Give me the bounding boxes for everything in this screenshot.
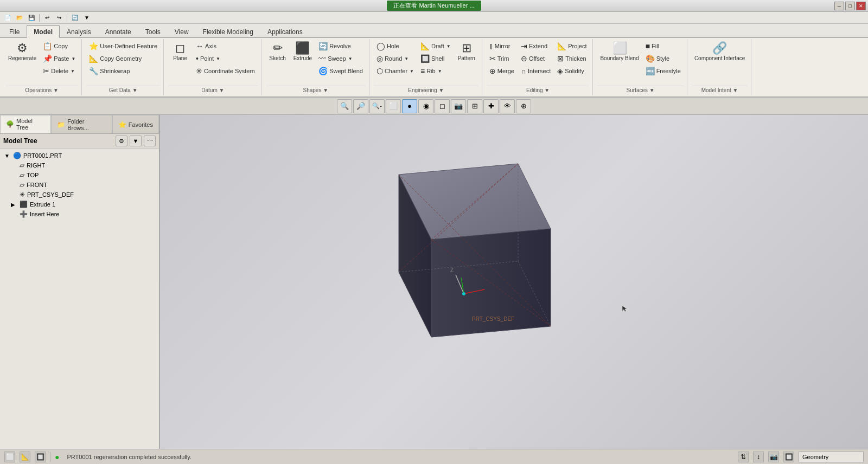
folder-browser-tab-icon: 📁 — [57, 121, 65, 128]
tree-more-button[interactable]: ⋯ — [144, 136, 156, 146]
ribbon-group-getdata: ⭐ User-Defined Feature 📐 Copy Geometry 🔧… — [83, 39, 164, 95]
open-button[interactable]: 📂 — [14, 13, 25, 23]
minimize-button[interactable]: ─ — [834, 2, 844, 10]
ribbon-group-model-intent: 🔗 Component Interface Model Intent ▼ — [688, 39, 751, 95]
tree-item-right[interactable]: ▱ RIGHT — [2, 160, 157, 170]
round-button[interactable]: ◎ Round▼ — [374, 53, 417, 65]
tab-tools[interactable]: Tools — [138, 25, 168, 37]
chamfer-button[interactable]: ⬡ Chamfer▼ — [374, 65, 417, 77]
extend-button[interactable]: ⇥ Extend — [518, 40, 553, 52]
zoom-out-button[interactable]: 🔍- — [369, 99, 385, 113]
draft-button[interactable]: 📐 Draft▼ — [418, 40, 454, 52]
tree-item-csys[interactable]: ✳ PRT_CSYS_DEF — [2, 190, 157, 199]
status-icon-1[interactable]: ⬜ — [4, 452, 15, 462]
tree-item-front[interactable]: ▱ FRONT — [2, 180, 157, 190]
hidden-line-button[interactable]: ◉ — [418, 99, 433, 113]
tree-item-insert[interactable]: ➕ Insert Here — [2, 209, 157, 219]
axis-button[interactable]: ↔ Axis — [193, 40, 258, 52]
zoom-fit-button[interactable]: 🔍 — [337, 99, 352, 113]
zoom-in-button[interactable]: 🔎 — [353, 99, 368, 113]
tab-folder-browser[interactable]: 📁 Folder Brows... — [51, 115, 112, 133]
delete-button[interactable]: ✂ Delete▼ — [40, 65, 78, 77]
coord-system-button[interactable]: ✳ Coordinate System — [193, 65, 258, 77]
tab-flexible-modeling[interactable]: Flexible Modeling — [196, 25, 260, 37]
tab-model-tree[interactable]: 🌳 Model Tree — [0, 115, 51, 133]
component-interface-button[interactable]: 🔗 Component Interface — [692, 40, 748, 63]
shrinkwrap-button[interactable]: 🔧 Shrinkwrap — [86, 65, 160, 77]
saved-views-button[interactable]: 📷 — [451, 99, 466, 113]
status-icon-3[interactable]: 🔲 — [35, 452, 46, 462]
fill-button[interactable]: ■ Fill — [643, 40, 684, 52]
save-button[interactable]: 💾 — [26, 13, 37, 23]
user-defined-feature-button[interactable]: ⭐ User-Defined Feature — [86, 40, 160, 52]
status-icon-2[interactable]: 📐 — [20, 452, 30, 462]
swept-blend-button[interactable]: 🌀 Swept Blend — [316, 65, 366, 77]
plane-button[interactable]: ◻ Plane — [168, 40, 192, 63]
sweep-button[interactable]: 〰 Sweep▼ — [316, 53, 366, 65]
revolve-button[interactable]: 🔄 Revolve — [316, 40, 366, 52]
regenerate-button[interactable]: ⚙ Regenerate — [5, 40, 39, 63]
mirror-button[interactable]: ⫿ Mirror — [487, 40, 517, 52]
hole-button[interactable]: ◯ Hole — [374, 40, 417, 52]
status-right-icon-3[interactable]: 📷 — [768, 452, 779, 462]
view-mgr-button[interactable]: 👁 — [500, 99, 515, 113]
tree-filter-button[interactable]: ▼ — [130, 136, 142, 146]
tab-analysis[interactable]: Analysis — [60, 25, 98, 37]
cross-section-button[interactable]: ✚ — [483, 99, 499, 113]
appearance-button[interactable]: ⊞ — [467, 99, 482, 113]
extrude-button[interactable]: ⬛ Extrude — [291, 40, 315, 63]
tab-model[interactable]: Model — [27, 25, 60, 38]
shell-button[interactable]: 🔲 Shell — [418, 53, 454, 65]
thicken-icon: ⊠ — [557, 54, 564, 63]
point-button[interactable]: • Point▼ — [193, 53, 258, 65]
tab-file[interactable]: File — [2, 25, 27, 37]
sketch-button[interactable]: ✏ Sketch — [266, 40, 290, 63]
new-button[interactable]: 📄 — [2, 13, 13, 23]
rib-button[interactable]: ≡ Rib▼ — [418, 65, 454, 77]
round-icon: ◎ — [376, 54, 383, 63]
undo-button[interactable]: ↩ — [42, 13, 53, 23]
freestyle-button[interactable]: 🆓 Freestyle — [643, 65, 684, 77]
ops-col: 📋 Copy 📌 Paste▼ ✂ Delete▼ — [40, 40, 78, 77]
geometry-select[interactable]: Geometry Smart Feature Body Datum — [799, 452, 864, 462]
solidify-button[interactable]: ◈ Solidify — [554, 65, 589, 77]
project-button[interactable]: 📐 Project — [554, 40, 589, 52]
trim-button[interactable]: ✂ Trim — [487, 53, 517, 65]
toolbar-separator-2 — [67, 14, 67, 22]
status-right-icon-4[interactable]: 🔲 — [783, 452, 794, 462]
viewport[interactable]: PRT_CSYS_DEF Z — [160, 115, 868, 449]
close-button[interactable]: ✕ — [856, 2, 866, 10]
wireframe-button[interactable]: ◻ — [435, 99, 450, 113]
tree-item-root[interactable]: ▼ 🔵 PRT0001.PRT — [2, 151, 157, 160]
spin-center-button[interactable]: ⊕ — [516, 99, 531, 113]
boundary-blend-button[interactable]: ⬜ Boundary Blend — [597, 40, 641, 63]
tab-annotate[interactable]: Annotate — [98, 25, 138, 37]
tree-item-extrude1[interactable]: ▶ ⬛ Extrude 1 — [2, 199, 157, 209]
copy-geometry-button[interactable]: 📐 Copy Geometry — [86, 53, 160, 65]
ribbon-group-shapes: ✏ Sketch ⬛ Extrude 🔄 Revolve 〰 Sweep▼ 🌀 … — [263, 39, 369, 95]
pattern-button[interactable]: ⊞ Pattern — [455, 40, 478, 63]
shading-button[interactable]: ● — [402, 99, 417, 113]
tab-favorites[interactable]: ⭐ Favorites — [112, 115, 159, 133]
extrude1-label: Extrude 1 — [30, 201, 55, 208]
status-right-icon-1[interactable]: ⇅ — [738, 452, 749, 462]
maximize-button[interactable]: □ — [845, 2, 855, 10]
tab-applications[interactable]: Applications — [260, 25, 310, 37]
offset-button[interactable]: ⊖ Offset — [518, 53, 553, 65]
intersect-button[interactable]: ∩ Intersect — [518, 65, 553, 77]
redo-button[interactable]: ↪ — [54, 13, 65, 23]
tree-settings-button[interactable]: ⚙ — [116, 136, 127, 146]
thicken-button[interactable]: ⊠ Thicken — [554, 53, 589, 65]
refit-button[interactable]: ⬜ — [386, 99, 401, 113]
tree-item-top[interactable]: ▱ TOP — [2, 170, 157, 180]
status-right-icon-2[interactable]: ↕ — [753, 452, 764, 462]
model-intent-label: Model Intent ▼ — [692, 86, 748, 94]
style-button[interactable]: 🎨 Style — [643, 53, 684, 65]
copy-button[interactable]: 📋 Copy — [40, 40, 78, 52]
more-button[interactable]: ▼ — [81, 13, 92, 23]
regenerate-quick-button[interactable]: 🔄 — [69, 13, 80, 23]
paste-button[interactable]: 📌 Paste▼ — [40, 53, 78, 65]
tab-view[interactable]: View — [168, 25, 196, 37]
merge-button[interactable]: ⊕ Merge — [487, 65, 517, 77]
status-bar: ⬜ 📐 🔲 ● PRT0001 regeneration completed s… — [0, 449, 868, 464]
